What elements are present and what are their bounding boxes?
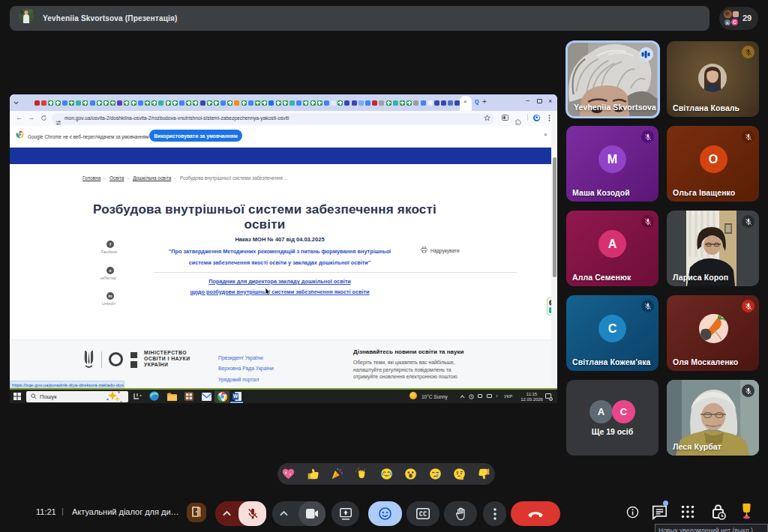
svg-text:A: A bbox=[726, 21, 730, 25]
svg-text:W: W bbox=[233, 393, 238, 399]
svg-text:C: C bbox=[733, 19, 736, 25]
